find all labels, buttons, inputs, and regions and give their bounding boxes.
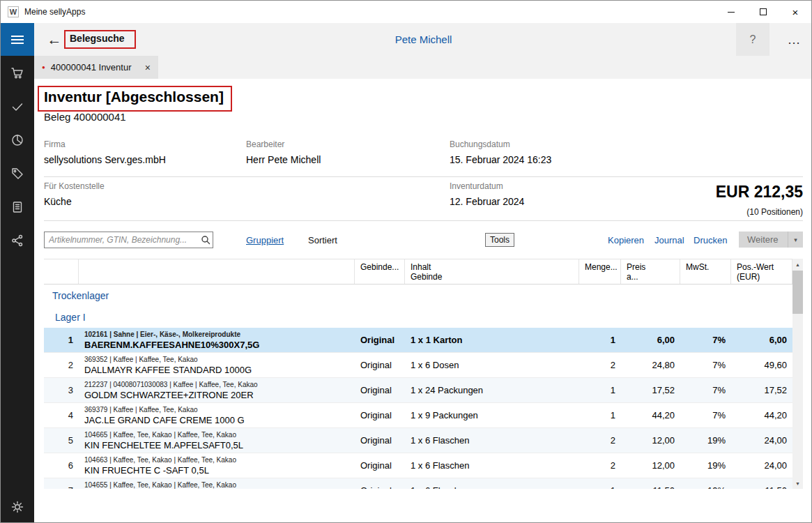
help-button[interactable]: ? [736,23,769,56]
cell-menge: 2 [579,353,621,377]
divider [44,220,803,221]
table-header: Gebinde... InhaltGebinde Menge... Preisa… [44,259,792,285]
cell-gebinde: Original [355,428,405,453]
gear-icon [10,500,24,514]
page-subtitle: Beleg 400000041 [44,111,126,123]
more-menu-button[interactable]: … [778,23,810,56]
sidebar-item-statistics[interactable] [1,123,34,157]
weitere-dropdown[interactable]: Weitere ▾ [739,232,803,248]
tag-icon [10,167,24,181]
tools-button[interactable]: Tools [485,233,514,247]
table-row[interactable]: 6 104663 | Kaffee, Tee, Kakao | Kaffee, … [44,453,792,478]
group-label: Lager I [55,312,86,323]
cell-inhalt: 1 x 6 Flaschen [405,453,579,478]
field-label: Buchungsdatum [450,139,551,149]
user-name[interactable]: Pete Michell [34,33,812,45]
cell-preis: 17,52 [621,378,680,402]
search-icon[interactable] [199,235,213,245]
sidebar-item-share[interactable] [1,224,34,257]
cell-preis: 11,50 [621,478,680,489]
pie-chart-icon [10,133,24,147]
table-scrollbar[interactable]: ▲ ▼ [792,259,803,489]
unsaved-dot-icon: ● [42,64,45,70]
cell-poswert: 17,52 [731,378,792,402]
column-header-mwst[interactable]: MwSt. [680,259,731,284]
search-input[interactable] [45,232,199,248]
cell-rownum: 6 [44,453,79,478]
cell-rownum: 5 [44,428,79,453]
cell-poswert: 24,00 [731,428,792,453]
cell-inhalt: 1 x 6 Dosen [405,353,579,377]
cell-inhalt: 1 x 6 Flaschen [405,428,579,453]
hamburger-icon [11,33,24,46]
sidebar-item-prices[interactable] [1,157,34,190]
field-buchungsdatum: Buchungsdatum 15. Februar 2024 16:23 [450,139,551,165]
sortiert-toggle[interactable]: Sortiert [308,235,337,245]
minimize-button[interactable] [715,1,747,23]
column-header-menge[interactable]: Menge... [579,259,621,284]
menu-button[interactable] [1,23,34,56]
table-row[interactable]: 1 102161 | Sahne | Eier-, Käse-, Molkere… [44,328,792,353]
tab-close-icon[interactable]: × [139,62,151,73]
sidebar-item-cart[interactable] [1,56,34,90]
scrollbar-thumb[interactable] [792,271,803,314]
field-label: Für Kostenstelle [44,181,105,191]
column-header-artikel[interactable] [79,259,355,284]
cell-preis: 6,00 [621,328,680,352]
sidebar-item-tasks[interactable] [1,90,34,123]
cell-menge: 1 [579,378,621,402]
column-header-preis[interactable]: Preisa... [621,259,680,284]
positions-table: Gebinde... InhaltGebinde Menge... Preisa… [44,259,792,489]
scroll-down-icon[interactable]: ▼ [792,478,803,489]
drucken-link[interactable]: Drucken [694,235,727,245]
cell-rownum: 1 [44,328,79,352]
sidebar [1,23,34,523]
total-positions: (10 Positionen) [746,207,803,217]
cell-rownum: 2 [44,353,79,377]
cell-poswert: 44,20 [731,403,792,427]
gruppiert-toggle[interactable]: Gruppiert [246,235,284,245]
titlebar: W Meine sellyApps × [1,1,811,23]
group-row[interactable]: Trockenlager [44,285,792,306]
group-row[interactable]: Lager I [44,306,792,328]
maximize-button[interactable] [747,1,779,23]
tab-inventur[interactable]: ● 400000041 Inventur × [34,56,158,79]
cell-gebinde: Original [355,353,405,377]
column-header-inhalt[interactable]: InhaltGebinde [405,259,579,284]
artikel-meta: 369352 | Kaffee | Kaffee, Tee, Kakao [84,355,349,364]
cell-poswert: 49,60 [731,353,792,377]
artikel-meta: 369379 | Kaffee | Kaffee, Tee, Kakao [84,405,349,414]
total-amount: EUR 212,35 [716,183,803,202]
kopieren-link[interactable]: Kopieren [608,235,644,245]
table-row[interactable]: 7 104655 | Kaffee, Tee, Kakao | Kaffee, … [44,478,792,489]
scroll-up-icon[interactable]: ▲ [792,259,803,270]
cell-menge: 2 [579,428,621,453]
cell-preis: 12,00 [621,453,680,478]
artikel-meta: 104665 | Kaffee, Tee, Kakao | Kaffee, Te… [84,430,349,439]
column-header-poswert[interactable]: Pos.-Wert(EUR) [731,259,792,284]
table-row[interactable]: 5 104665 | Kaffee, Tee, Kakao | Kaffee, … [44,428,792,453]
sidebar-item-journal[interactable] [1,190,34,224]
column-header-gebinde[interactable]: Gebinde... [355,259,405,284]
journal-link[interactable]: Journal [654,235,684,245]
cell-gebinde: Original [355,328,405,352]
cell-mwst: 7% [680,403,731,427]
close-button[interactable]: × [779,1,811,23]
field-value: 15. Februar 2024 16:23 [450,154,551,165]
cell-menge: 1 [579,328,621,352]
column-header-rownum[interactable] [44,259,79,284]
maximize-icon [760,8,767,15]
sidebar-item-settings[interactable] [1,490,34,523]
table-row[interactable]: 2 369352 | Kaffee | Kaffee, Tee, Kakao D… [44,353,792,378]
table-row[interactable]: 3 212237 | 04008071030083 | Kaffee | Kaf… [44,378,792,403]
cell-artikel: 104663 | Kaffee, Tee, Kakao | Kaffee, Te… [79,453,355,478]
cell-inhalt: 1 x 9 Packungen [405,403,579,427]
field-firma: Firma sellysolutions Serv.ges.mbH [44,139,166,165]
field-value: 12. Februar 2024 [450,196,524,207]
share-icon [10,234,24,248]
artikel-meta: 102161 | Sahne | Eier-, Käse-, Molkereip… [84,330,349,339]
main-content: Inventur [Abgeschlossen] Beleg 400000041… [34,79,812,523]
cell-gebinde: Original [355,378,405,402]
table-row[interactable]: 4 369379 | Kaffee | Kaffee, Tee, Kakao J… [44,403,792,428]
artikel-name: JAC.LE GRAND CAFE CREME 1000 G [84,414,349,426]
